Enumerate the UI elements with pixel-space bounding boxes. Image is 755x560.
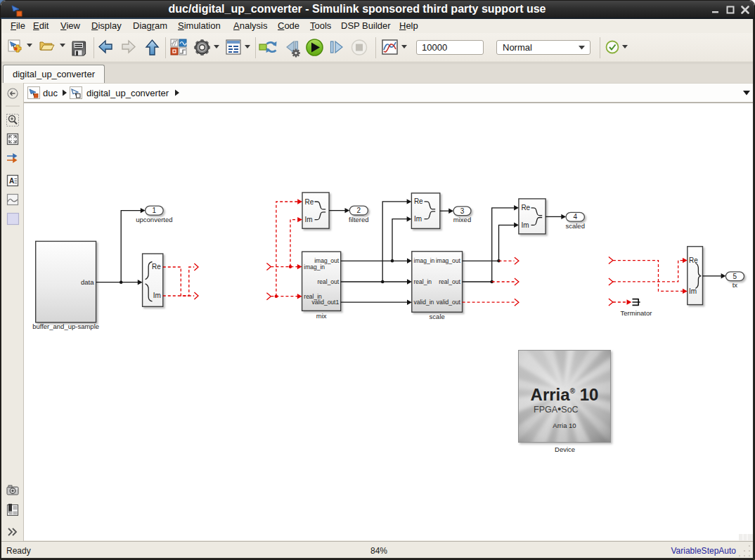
svg-text:Terminator: Terminator bbox=[621, 309, 652, 317]
svg-text:buffer_and_up-sample: buffer_and_up-sample bbox=[32, 323, 99, 330]
svg-text:imag_in: imag_in bbox=[414, 257, 435, 264]
svg-text:upconverted: upconverted bbox=[136, 216, 172, 223]
svg-text:Device: Device bbox=[555, 445, 575, 453]
svg-text:Im: Im bbox=[414, 215, 422, 223]
svg-text:Re: Re bbox=[521, 204, 530, 211]
svg-text:2: 2 bbox=[357, 207, 361, 214]
svg-text:Im: Im bbox=[689, 287, 697, 295]
svg-text:1: 1 bbox=[153, 207, 157, 214]
svg-text:scaled: scaled bbox=[565, 222, 584, 230]
svg-text:Re: Re bbox=[305, 198, 314, 206]
svg-text:Im: Im bbox=[153, 292, 161, 299]
svg-text:valid_out: valid_out bbox=[437, 299, 461, 306]
svg-text:4: 4 bbox=[573, 213, 577, 221]
svg-text:real_in: real_in bbox=[414, 278, 432, 285]
svg-text:Re: Re bbox=[414, 197, 423, 205]
svg-text:A: A bbox=[9, 177, 14, 185]
svg-text:real_out: real_out bbox=[317, 278, 339, 285]
svg-text:valid_in: valid_in bbox=[414, 299, 434, 306]
svg-text:valid_out1: valid_out1 bbox=[311, 299, 339, 306]
svg-text:Re: Re bbox=[152, 263, 161, 271]
svg-text:tx: tx bbox=[733, 281, 738, 289]
svg-text:5: 5 bbox=[733, 273, 737, 280]
svg-text:3: 3 bbox=[460, 207, 465, 215]
svg-text:scale: scale bbox=[430, 313, 445, 320]
svg-text:filtered: filtered bbox=[349, 216, 369, 223]
svg-text:real_out: real_out bbox=[439, 278, 460, 285]
svg-text:Im: Im bbox=[521, 221, 529, 229]
svg-text:imag_out: imag_out bbox=[436, 257, 461, 264]
svg-text:Re: Re bbox=[689, 256, 698, 264]
svg-text:Im: Im bbox=[305, 216, 313, 223]
svg-text:mix: mix bbox=[316, 312, 327, 320]
svg-text:imag_in: imag_in bbox=[304, 263, 325, 271]
svg-text:mixed: mixed bbox=[453, 216, 471, 223]
svg-text:data: data bbox=[81, 278, 94, 286]
